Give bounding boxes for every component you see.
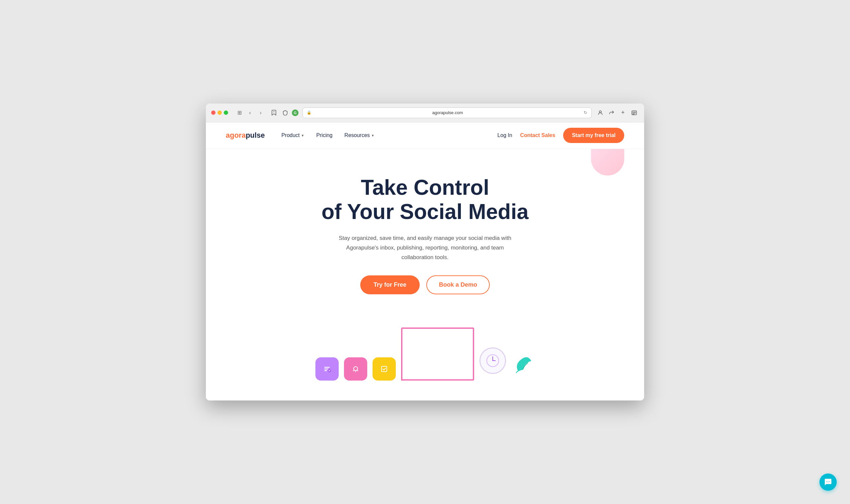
nav-right: Log In Contact Sales Start my free trial <box>497 128 624 143</box>
leaf-decoration <box>511 354 535 377</box>
book-demo-button[interactable]: Book a Demo <box>426 275 490 294</box>
purple-card <box>315 357 339 381</box>
browser-chrome: ⊞ ‹ › G 🔒 agorapulse.com ↻ <box>206 104 644 122</box>
browser-window: ⊞ ‹ › G 🔒 agorapulse.com ↻ <box>206 104 644 401</box>
login-button[interactable]: Log In <box>497 132 512 138</box>
hero-section: Take Control of Your Social Media Stay o… <box>206 149 644 401</box>
resources-chevron-icon: ▼ <box>371 134 375 137</box>
browser-right-icons: + <box>596 108 639 118</box>
shield-icon <box>281 108 290 118</box>
extension-icon: G <box>292 109 298 116</box>
svg-rect-5 <box>632 114 635 114</box>
reload-icon: ↻ <box>584 110 587 115</box>
svg-rect-8 <box>382 366 387 372</box>
tab-toggle-button[interactable]: ⊞ <box>235 108 244 118</box>
try-free-button[interactable]: Try for Free <box>360 275 420 294</box>
hero-subtitle: Stay organized, save time, and easily ma… <box>335 234 515 263</box>
top-decoration <box>591 149 624 176</box>
clock-area <box>480 347 506 381</box>
yellow-card <box>372 357 396 381</box>
chat-button[interactable] <box>819 473 837 491</box>
leaf-area <box>511 354 535 381</box>
logo-agora: agora <box>226 131 246 140</box>
website-content: agorapulse Product ▼ Pricing Resources ▼… <box>206 122 644 401</box>
tabs-icon[interactable] <box>629 108 639 118</box>
svg-point-14 <box>829 482 830 482</box>
nav-buttons: ⊞ ‹ › <box>235 108 265 118</box>
lock-icon: 🔒 <box>307 110 311 115</box>
door-frame <box>401 327 474 381</box>
address-bar[interactable]: 🔒 agorapulse.com ↻ <box>302 108 592 118</box>
hero-buttons: Try for Free Book a Demo <box>226 275 624 294</box>
pink-card <box>344 357 367 381</box>
url-text: agorapulse.com <box>314 110 581 115</box>
new-tab-icon[interactable]: + <box>618 108 627 118</box>
nav-product[interactable]: Product ▼ <box>281 132 304 138</box>
start-trial-button[interactable]: Start my free trial <box>563 128 624 143</box>
product-chevron-icon: ▼ <box>301 134 305 137</box>
bookmark-icon <box>269 108 279 118</box>
share-icon[interactable] <box>607 108 616 118</box>
close-button[interactable] <box>211 110 215 115</box>
forward-button[interactable]: › <box>256 108 265 118</box>
account-icon[interactable] <box>596 108 605 118</box>
door-decoration <box>401 327 474 381</box>
nav-pricing[interactable]: Pricing <box>316 132 332 138</box>
contact-sales-button[interactable]: Contact Sales <box>520 132 555 138</box>
nav-links: Product ▼ Pricing Resources ▼ <box>281 132 497 138</box>
hero-visual <box>226 314 624 381</box>
back-button[interactable]: ‹ <box>245 108 255 118</box>
visual-container <box>226 314 624 381</box>
navbar: agorapulse Product ▼ Pricing Resources ▼… <box>206 122 644 149</box>
logo[interactable]: agorapulse <box>226 131 265 140</box>
svg-point-1 <box>599 111 601 113</box>
minimize-button[interactable] <box>218 110 222 115</box>
clock-decoration <box>480 347 506 374</box>
svg-rect-3 <box>632 112 636 112</box>
maximize-button[interactable] <box>224 110 228 115</box>
nav-resources[interactable]: Resources ▼ <box>344 132 374 138</box>
svg-rect-4 <box>632 113 636 113</box>
logo-pulse: pulse <box>246 131 265 140</box>
toolbar-icons: G <box>269 108 298 118</box>
hero-title: Take Control of Your Social Media <box>226 176 624 224</box>
svg-point-13 <box>828 482 828 482</box>
traffic-lights <box>211 110 228 115</box>
svg-point-12 <box>827 482 827 482</box>
